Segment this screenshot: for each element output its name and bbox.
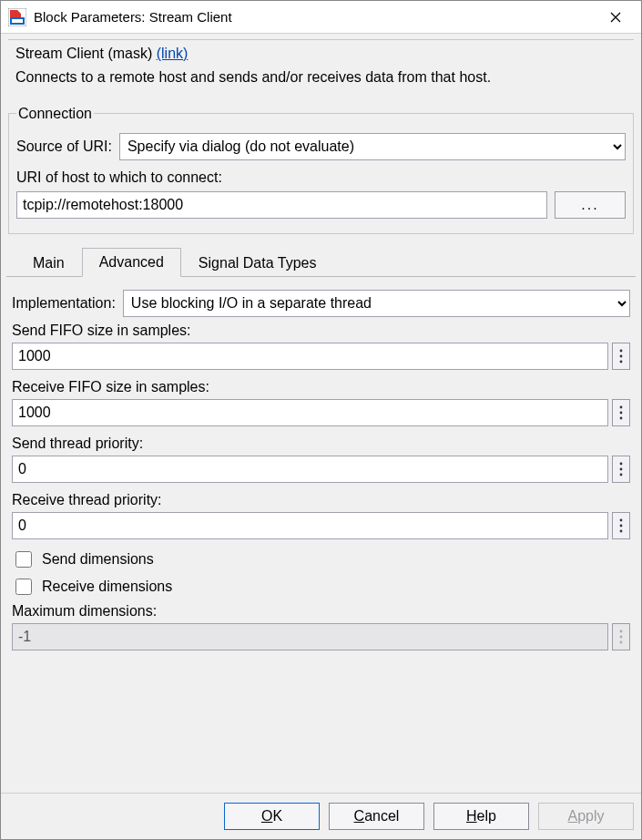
vertical-ellipsis-icon xyxy=(619,462,623,476)
svg-point-12 xyxy=(620,462,623,465)
send-prio-label: Send thread priority: xyxy=(12,435,630,452)
implementation-select[interactable]: Use blocking I/O in a separate thread xyxy=(123,290,630,317)
implementation-row: Implementation: Use blocking I/O in a se… xyxy=(12,290,630,317)
close-button[interactable] xyxy=(596,4,636,31)
svg-point-20 xyxy=(620,640,623,643)
svg-point-10 xyxy=(620,411,623,414)
send-prio-more-button[interactable] xyxy=(612,456,630,483)
recv-dims-checkbox[interactable] xyxy=(15,579,32,595)
title-bar: Block Parameters: Stream Client xyxy=(1,1,641,34)
svg-point-13 xyxy=(620,467,623,470)
block-description: Connects to a remote host and sends and/… xyxy=(15,67,627,87)
close-icon xyxy=(610,12,621,23)
recv-fifo-more-button[interactable] xyxy=(612,399,630,426)
dialog-content: Stream Client (mask) (link) Connects to … xyxy=(1,34,641,793)
recv-prio-block: Receive thread priority: xyxy=(12,492,630,539)
tab-panel-advanced: Implementation: Use blocking I/O in a se… xyxy=(6,277,636,665)
uri-label: URI of host to which to connect: xyxy=(16,169,626,186)
send-dims-row: Send dimensions xyxy=(12,548,630,570)
tab-main[interactable]: Main xyxy=(15,249,82,277)
header-group: Stream Client (mask) (link) Connects to … xyxy=(8,39,634,97)
recv-prio-label: Receive thread priority: xyxy=(12,492,630,508)
uri-row: ... xyxy=(16,191,626,219)
button-bar: OK Cancel Help Apply xyxy=(1,793,641,839)
uri-input[interactable] xyxy=(16,191,547,219)
max-dims-block: Maximum dimensions: xyxy=(12,603,630,650)
tab-advanced[interactable]: Advanced xyxy=(82,248,181,277)
send-prio-block: Send thread priority: xyxy=(12,435,630,483)
window-title: Block Parameters: Stream Client xyxy=(34,9,596,25)
help-button[interactable]: Help xyxy=(433,803,529,830)
send-fifo-label: Send FIFO size in samples: xyxy=(12,323,630,339)
send-prio-input[interactable] xyxy=(12,456,608,483)
tabstrip: Main Advanced Signal Data Types xyxy=(6,247,636,277)
recv-fifo-label: Receive FIFO size in samples: xyxy=(12,379,630,395)
svg-point-6 xyxy=(620,349,623,352)
mask-label: (mask) xyxy=(107,46,152,61)
svg-point-7 xyxy=(620,354,623,357)
connection-group: Connection Source of URI: Specify via di… xyxy=(8,106,634,234)
max-dims-more-button xyxy=(612,623,630,650)
recv-prio-more-button[interactable] xyxy=(612,512,630,539)
send-dims-checkbox[interactable] xyxy=(15,551,32,568)
recv-prio-input[interactable] xyxy=(12,512,608,539)
block-name-row: Stream Client (mask) (link) xyxy=(15,46,627,62)
svg-point-16 xyxy=(620,524,623,527)
implementation-label: Implementation: xyxy=(12,295,116,312)
source-uri-row: Source of URI: Specify via dialog (do no… xyxy=(16,133,626,160)
connection-legend: Connection xyxy=(16,106,94,122)
vertical-ellipsis-icon xyxy=(619,518,623,533)
source-uri-label: Source of URI: xyxy=(16,138,112,155)
recv-dims-label: Receive dimensions xyxy=(42,579,172,595)
cancel-button[interactable]: Cancel xyxy=(329,803,424,830)
tabs: Main Advanced Signal Data Types Implemen… xyxy=(6,247,636,665)
svg-point-8 xyxy=(620,360,623,363)
vertical-ellipsis-icon xyxy=(619,405,623,420)
source-uri-select[interactable]: Specify via dialog (do not evaluate) xyxy=(119,133,626,160)
svg-point-17 xyxy=(620,529,623,532)
send-fifo-more-button[interactable] xyxy=(612,343,630,370)
app-icon xyxy=(8,8,26,26)
recv-fifo-input[interactable] xyxy=(12,399,608,426)
block-name: Stream Client xyxy=(15,46,104,61)
svg-point-19 xyxy=(620,635,623,638)
recv-dims-row: Receive dimensions xyxy=(12,576,630,598)
vertical-ellipsis-icon xyxy=(619,349,623,364)
svg-point-14 xyxy=(620,473,623,476)
tab-signal-data-types[interactable]: Signal Data Types xyxy=(181,249,334,277)
recv-fifo-block: Receive FIFO size in samples: xyxy=(12,379,630,426)
send-dims-label: Send dimensions xyxy=(42,551,154,568)
vertical-ellipsis-icon xyxy=(619,630,623,644)
ok-button[interactable]: OK xyxy=(224,803,320,830)
apply-button: Apply xyxy=(538,803,634,830)
send-fifo-block: Send FIFO size in samples: xyxy=(12,323,630,370)
svg-point-9 xyxy=(620,405,623,408)
max-dims-label: Maximum dimensions: xyxy=(12,603,630,620)
svg-point-18 xyxy=(620,630,623,632)
svg-point-11 xyxy=(620,416,623,419)
max-dims-input xyxy=(12,623,608,650)
link-label[interactable]: (link) xyxy=(157,46,189,61)
svg-rect-3 xyxy=(12,19,23,23)
svg-point-15 xyxy=(620,518,623,521)
send-fifo-input[interactable] xyxy=(12,343,608,370)
uri-browse-button[interactable]: ... xyxy=(555,191,626,219)
